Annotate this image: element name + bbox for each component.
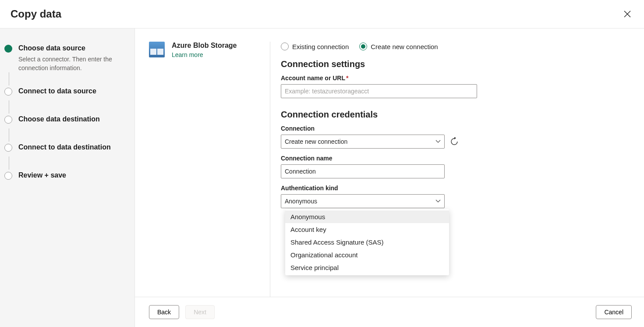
step-connect-to-data-source[interactable]: Connect to data source — [4, 86, 124, 100]
close-icon — [623, 10, 631, 18]
step-title: Connect to data destination — [18, 142, 111, 152]
step-subtitle: Select a connector. Then enter the conne… — [18, 55, 124, 72]
chevron-down-icon — [435, 139, 441, 144]
step-title: Connect to data source — [18, 86, 96, 96]
connector-title: Azure Blob Storage — [172, 42, 237, 50]
next-button: Next — [185, 305, 215, 319]
required-star-icon: * — [346, 75, 348, 82]
step-connect-to-data-destination[interactable]: Connect to data destination — [4, 142, 124, 156]
select-value: Anonymous — [285, 198, 317, 205]
account-name-input[interactable] — [281, 84, 477, 98]
radio-label: Create new connection — [371, 43, 438, 50]
field-account-name: Account name or URL* — [281, 75, 632, 98]
dialog-header: Copy data — [0, 0, 644, 28]
step-connector-line — [4, 100, 124, 114]
radio-selected-icon — [359, 43, 367, 50]
step-indicator-icon — [4, 172, 12, 180]
radio-existing-connection[interactable]: Existing connection — [281, 43, 349, 50]
dropdown-option-org-account[interactable]: Organizational account — [285, 249, 449, 261]
cancel-button[interactable]: Cancel — [596, 305, 632, 319]
radio-create-new-connection[interactable]: Create new connection — [359, 43, 438, 50]
field-label: Authentication kind — [281, 185, 632, 192]
content-area: Azure Blob Storage Learn more Existing c… — [135, 28, 644, 327]
dropdown-option-account-key[interactable]: Account key — [285, 223, 449, 236]
steps-sidebar: Choose data source Select a connector. T… — [0, 28, 135, 327]
field-connection-name: Connection name — [281, 155, 632, 178]
dialog-title: Copy data — [11, 8, 61, 20]
authentication-kind-dropdown: Anonymous Account key Shared Access Sign… — [285, 209, 449, 275]
back-button[interactable]: Back — [149, 305, 179, 319]
connector-info-panel: Azure Blob Storage Learn more — [149, 42, 270, 297]
field-label-text: Account name or URL — [281, 75, 345, 82]
step-choose-data-source[interactable]: Choose data source Select a connector. T… — [4, 43, 124, 72]
step-indicator-icon — [4, 144, 12, 152]
step-title: Review + save — [18, 171, 66, 180]
field-authentication-kind: Authentication kind Anonymous Anonymous … — [281, 185, 632, 208]
step-title: Choose data source — [18, 43, 124, 53]
step-indicator-icon — [4, 88, 12, 96]
chevron-down-icon — [435, 199, 441, 204]
step-connector-line — [4, 156, 124, 171]
connection-form: Existing connection Create new connectio… — [270, 42, 632, 297]
step-title: Choose data destination — [18, 114, 100, 124]
connection-mode-group: Existing connection Create new connectio… — [281, 43, 632, 50]
learn-more-link[interactable]: Learn more — [172, 51, 203, 58]
dropdown-option-sas[interactable]: Shared Access Signature (SAS) — [285, 236, 449, 249]
connection-name-input[interactable] — [281, 164, 445, 178]
step-choose-data-destination[interactable]: Choose data destination — [4, 114, 124, 128]
dialog-footer: Back Next Cancel — [135, 297, 644, 327]
step-connector-line — [4, 128, 124, 142]
step-connector-line — [4, 72, 124, 86]
copy-data-dialog: Copy data Choose data source Select a co… — [0, 0, 644, 327]
field-connection: Connection Create new connection — [281, 125, 632, 149]
close-button[interactable] — [621, 8, 633, 20]
step-indicator-icon — [4, 116, 12, 124]
azure-blob-storage-icon — [149, 42, 165, 57]
select-value: Create new connection — [285, 138, 347, 145]
section-header-credentials: Connection credentials — [281, 110, 632, 120]
connection-select[interactable]: Create new connection — [281, 135, 445, 149]
dialog-body: Choose data source Select a connector. T… — [0, 28, 644, 327]
step-review-save[interactable]: Review + save — [4, 171, 124, 185]
field-label: Connection name — [281, 155, 632, 162]
step-indicator-active-icon — [4, 45, 12, 53]
section-header-settings: Connection settings — [281, 59, 632, 69]
radio-label: Existing connection — [292, 43, 349, 50]
dropdown-option-anonymous[interactable]: Anonymous — [285, 210, 449, 223]
field-label: Connection — [281, 125, 632, 132]
refresh-icon[interactable] — [450, 137, 459, 146]
authentication-kind-select[interactable]: Anonymous — [281, 194, 445, 208]
radio-icon — [281, 43, 289, 50]
dropdown-option-service-principal[interactable]: Service principal — [285, 261, 449, 274]
content-main: Azure Blob Storage Learn more Existing c… — [135, 28, 644, 297]
field-label: Account name or URL* — [281, 75, 632, 82]
